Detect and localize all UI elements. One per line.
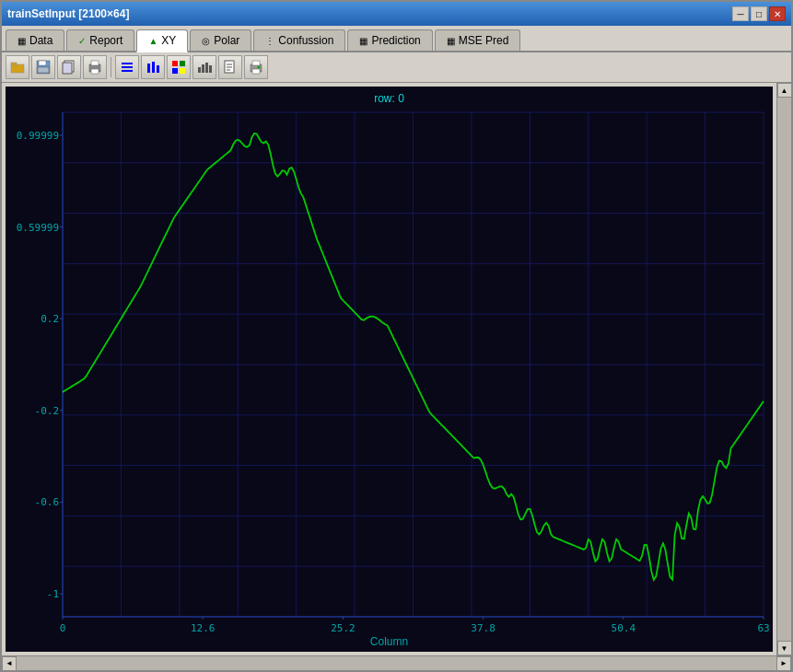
tool-btn-lines[interactable] <box>115 55 139 79</box>
tool-btn-3[interactable] <box>57 55 81 79</box>
tab-report-label: Report <box>89 34 122 47</box>
tab-msepred[interactable]: ▦ MSE Pred <box>435 29 521 51</box>
scroll-left-arrow[interactable]: ◄ <box>2 656 17 671</box>
scroll-right-arrow[interactable]: ► <box>776 656 791 671</box>
polar-tab-icon: ◎ <box>202 36 210 46</box>
tab-bar: ▦ Data ✓ Report ▲ XY ◎ Polar ⋮ Confussio… <box>2 26 791 52</box>
window-title: trainSetInput [2100×64] <box>7 7 129 20</box>
svg-rect-16 <box>172 61 178 66</box>
svg-rect-19 <box>180 68 185 74</box>
scroll-down-arrow[interactable]: ▼ <box>777 641 792 655</box>
chart-area: row: 0 Column ▲ ▼ <box>2 83 791 655</box>
toolbar <box>2 52 791 83</box>
tab-polar[interactable]: ◎ Polar <box>190 29 251 51</box>
scrollbar-bottom: ◄ ► <box>2 655 791 670</box>
svg-rect-15 <box>157 65 159 73</box>
prediction-tab-icon: ▦ <box>359 36 367 46</box>
svg-rect-4 <box>38 67 49 73</box>
tab-confussion[interactable]: ⋮ Confussion <box>253 29 345 51</box>
tab-xy[interactable]: ▲ XY <box>136 29 188 52</box>
row-label: row: 0 <box>374 92 404 105</box>
tool-btn-chart2[interactable] <box>192 55 216 79</box>
svg-rect-9 <box>91 69 99 74</box>
main-chart <box>6 87 773 652</box>
svg-rect-20 <box>198 67 201 73</box>
xy-tab-icon: ▲ <box>148 36 157 46</box>
bars-icon <box>146 60 160 75</box>
tool-btn-1[interactable] <box>6 55 29 79</box>
svg-rect-21 <box>202 64 204 73</box>
svg-rect-30 <box>252 61 260 65</box>
tab-prediction-label: Prediction <box>371 34 420 47</box>
svg-rect-18 <box>172 68 178 74</box>
main-window: trainSetInput [2100×64] ─ □ ✕ ▦ Data ✓ R… <box>0 0 793 672</box>
tool-btn-4[interactable] <box>83 55 107 79</box>
svg-rect-6 <box>63 63 72 74</box>
toolbar-separator-1 <box>111 57 111 77</box>
maximize-button[interactable]: □ <box>751 6 767 21</box>
scroll-track-right[interactable] <box>777 98 791 641</box>
svg-rect-1 <box>11 63 17 65</box>
tool-btn-page[interactable] <box>218 55 242 79</box>
scrollbar-right: ▲ ▼ <box>776 83 791 655</box>
data-tab-icon: ▦ <box>17 36 26 46</box>
tab-data[interactable]: ▦ Data <box>6 29 64 51</box>
chart-container: row: 0 Column <box>6 87 773 652</box>
copy-icon <box>62 60 76 75</box>
tool-btn-bars[interactable] <box>141 55 165 79</box>
minimize-button[interactable]: ─ <box>732 6 749 21</box>
msepred-tab-icon: ▦ <box>447 36 455 46</box>
svg-rect-3 <box>39 61 46 65</box>
color-icon <box>171 60 186 75</box>
print2-icon <box>249 60 263 75</box>
tab-data-label: Data <box>29 34 52 47</box>
title-bar-controls: ─ □ ✕ <box>732 6 786 21</box>
folder-icon <box>10 60 25 75</box>
scroll-up-arrow[interactable]: ▲ <box>777 83 792 98</box>
confussion-tab-icon: ⋮ <box>265 36 274 46</box>
tab-report[interactable]: ✓ Report <box>66 29 134 51</box>
lines-icon <box>120 60 134 75</box>
page-icon <box>223 60 238 75</box>
title-bar: trainSetInput [2100×64] ─ □ ✕ <box>2 2 791 26</box>
tool-btn-print2[interactable] <box>244 55 268 79</box>
svg-rect-23 <box>209 65 212 73</box>
tab-polar-label: Polar <box>214 34 239 47</box>
tool-btn-color[interactable] <box>167 55 191 79</box>
svg-rect-14 <box>152 62 155 73</box>
save-icon <box>36 60 51 75</box>
scroll-track-bottom[interactable] <box>17 656 776 670</box>
svg-rect-17 <box>180 61 185 66</box>
svg-rect-22 <box>205 63 208 73</box>
chart2-icon <box>197 60 212 75</box>
tool-btn-2[interactable] <box>31 55 55 79</box>
print-icon <box>87 60 102 75</box>
svg-rect-0 <box>11 64 24 73</box>
report-tab-icon: ✓ <box>78 36 86 46</box>
close-button[interactable]: ✕ <box>769 6 786 21</box>
tab-prediction[interactable]: ▦ Prediction <box>347 29 432 51</box>
tab-msepred-label: MSE Pred <box>459 34 509 47</box>
svg-point-32 <box>258 66 261 69</box>
x-axis-title: Column <box>370 635 408 648</box>
svg-rect-13 <box>147 64 150 73</box>
svg-rect-8 <box>91 61 99 65</box>
tab-xy-label: XY <box>161 34 176 47</box>
tab-confussion-label: Confussion <box>278 34 333 47</box>
svg-rect-31 <box>252 69 260 74</box>
